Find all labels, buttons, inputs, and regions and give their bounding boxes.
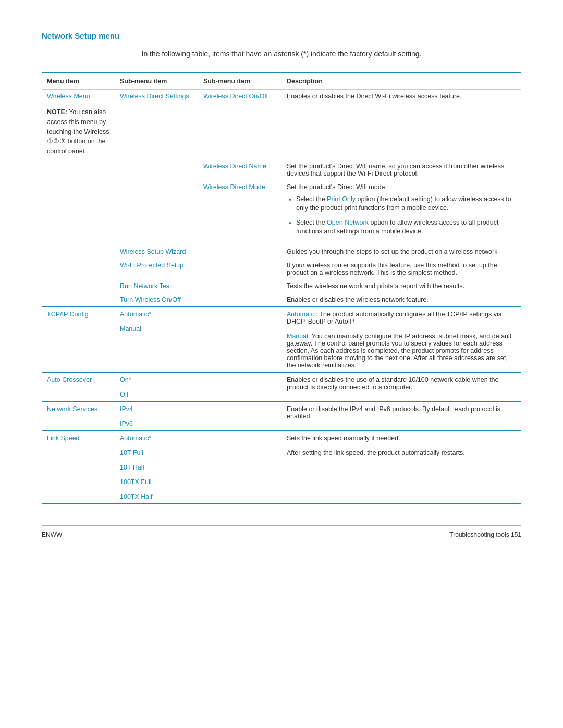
menu-cell: Network Services	[42, 402, 115, 431]
table-row: Network Services IPv4IPv6 Enable or disa…	[42, 402, 521, 431]
menu-cell: TCP/IP Config	[42, 307, 115, 373]
sub2-cell	[198, 245, 282, 258]
sub1-option: 10T Full	[120, 449, 143, 456]
sub2-cell	[198, 402, 282, 431]
sub1-cell	[115, 159, 198, 180]
menu-item-label: Auto Crossover	[47, 376, 92, 384]
desc-main: Set the product's Direct Wifi mode.	[287, 183, 387, 191]
sub1-cell: On*Off	[115, 373, 198, 402]
sub1-label: Wi-Fi Protected Setup	[120, 262, 183, 269]
menu-cell: Auto Crossover	[42, 373, 115, 402]
table-row: Wireless MenuNOTE: You can also access t…	[42, 90, 521, 159]
table-header-row: Menu item Sub-menu item Sub-menu item De…	[42, 73, 521, 90]
desc-bullet-item: Select the Print Only option (the defaul…	[287, 195, 516, 213]
desc-cell: Set the product's Direct Wifi name, so y…	[282, 159, 521, 180]
table-row: Wireless Direct Mode Set the product's D…	[42, 180, 521, 245]
header-description: Description	[282, 73, 521, 90]
sub2-cell	[198, 307, 282, 373]
desc-manual-label: Manual	[287, 332, 308, 340]
desc-auto-text: : The product automatically configures a…	[287, 311, 502, 325]
sub2-label: Wireless Direct Name	[203, 163, 266, 170]
table-row: Wi-Fi Protected Setup If your wireless r…	[42, 258, 521, 279]
table-row: Wireless Direct Name Set the product's D…	[42, 159, 521, 180]
desc-cell: Enables or disables the wireless network…	[282, 293, 521, 307]
sub1-option: 10T Half	[120, 464, 144, 471]
sub1-option: Automatic*	[120, 311, 151, 318]
sub1-cell: Automatic*10T Full10T Half100TX Full100T…	[115, 431, 198, 504]
desc-cell: Enables or disables the use of a standar…	[282, 373, 521, 402]
desc-main: Sets the link speed manually if needed.	[287, 435, 400, 442]
desc-text: Enables or disables the wireless network…	[287, 296, 429, 303]
sub1-option: 100TX Full	[120, 478, 151, 486]
desc-text: Enables or disables the use of a standar…	[287, 376, 499, 391]
desc-text: If your wireless router supports this fe…	[287, 262, 497, 276]
sub1-cell: Wireless Direct Settings	[115, 90, 198, 159]
sub1-option: Off	[120, 391, 128, 398]
sub2-cell: Wireless Direct Name	[198, 159, 282, 180]
menu-item-label: TCP/IP Config	[47, 311, 89, 318]
menu-cell	[42, 279, 115, 293]
sub1-label: Run Network Test	[120, 282, 171, 290]
header-sub1: Sub-menu item	[115, 73, 198, 90]
header-sub2: Sub-menu item	[198, 73, 282, 90]
desc-text: Guides you through the steps to set up t…	[287, 248, 497, 255]
table-row: Turn Wireless On/Off Enables or disables…	[42, 293, 521, 307]
footer-left: ENWW	[42, 531, 62, 538]
sub1-label: Wireless Direct Settings	[120, 93, 189, 100]
sub1-label: Wireless Setup Wizard	[120, 248, 186, 255]
sub2-label: Wireless Direct Mode	[203, 183, 265, 191]
menu-item-label: Wireless Menu	[47, 93, 90, 100]
menu-cell	[42, 180, 115, 245]
desc-cell: Tests the wireless network and prints a …	[282, 279, 521, 293]
desc-manual-text: : You can manually configure the IP addr…	[287, 332, 511, 369]
sub2-label: Wireless Direct On/Off	[203, 93, 268, 100]
sub2-cell	[198, 293, 282, 307]
table-row: Link Speed Automatic*10T Full10T Half100…	[42, 431, 521, 504]
sub1-option: IPv6	[120, 420, 133, 427]
sub2-cell	[198, 431, 282, 504]
sub1-cell: Wi-Fi Protected Setup	[115, 258, 198, 279]
desc-list: Select the Print Only option (the defaul…	[287, 195, 516, 237]
desc-text: Enables or disables the Direct Wi-Fi wir…	[287, 93, 462, 100]
desc-cell: Set the product's Direct Wifi mode.Selec…	[282, 180, 521, 245]
sub1-cell: Wireless Setup Wizard	[115, 245, 198, 258]
desc-cell: Enable or disable the IPv4 and IPv6 prot…	[282, 402, 521, 431]
desc-cell: Sets the link speed manually if needed. …	[282, 431, 521, 504]
desc-cell: Automatic: The product automatically con…	[282, 307, 521, 373]
sub1-option: Manual	[120, 325, 141, 332]
sub2-cell	[198, 279, 282, 293]
desc-text: Tests the wireless network and prints a …	[287, 282, 464, 290]
desc-after: After setting the link speed, the produc…	[287, 449, 465, 456]
desc-cell: If your wireless router supports this fe…	[282, 258, 521, 279]
bullet-link: Open Network	[327, 219, 369, 226]
table-row: Run Network Test Tests the wireless netw…	[42, 279, 521, 293]
desc-text: Set the product's Direct Wifi name, so y…	[287, 163, 504, 177]
sub2-cell: Wireless Direct Mode	[198, 180, 282, 245]
menu-cell: Link Speed	[42, 431, 115, 504]
sub1-option: Automatic*	[120, 435, 151, 442]
menu-item-label: Link Speed	[47, 435, 80, 442]
table-row: TCP/IP Config Automatic*Manual Automatic…	[42, 307, 521, 373]
sub1-cell: Turn Wireless On/Off	[115, 293, 198, 307]
desc-bullet-item: Select the Open Network option to allow …	[287, 218, 516, 237]
footer-right: Troubleshooting tools 151	[449, 531, 521, 538]
sub1-cell: Automatic*Manual	[115, 307, 198, 373]
page-footer: ENWW Troubleshooting tools 151	[42, 525, 521, 538]
menu-note: NOTE: You can also access this menu by t…	[47, 108, 109, 155]
table-row: Auto Crossover On*Off Enables or disable…	[42, 373, 521, 402]
desc-cell: Enables or disables the Direct Wi-Fi wir…	[282, 90, 521, 159]
intro-text: In the following table, items that have …	[42, 50, 521, 58]
menu-item-label: Network Services	[47, 405, 97, 413]
sub1-label: Turn Wireless On/Off	[120, 296, 181, 303]
page-title: Network Setup menu	[42, 31, 521, 40]
desc-cell: Guides you through the steps to set up t…	[282, 245, 521, 258]
bullet-link: Print Only	[327, 195, 356, 203]
menu-cell	[42, 245, 115, 258]
sub2-cell	[198, 258, 282, 279]
sub2-cell: Wireless Direct On/Off	[198, 90, 282, 159]
sub1-cell: Run Network Test	[115, 279, 198, 293]
sub1-option: 100TX Half	[120, 493, 153, 500]
menu-cell	[42, 159, 115, 180]
table-row: Wireless Setup Wizard Guides you through…	[42, 245, 521, 258]
sub1-cell: IPv4IPv6	[115, 402, 198, 431]
